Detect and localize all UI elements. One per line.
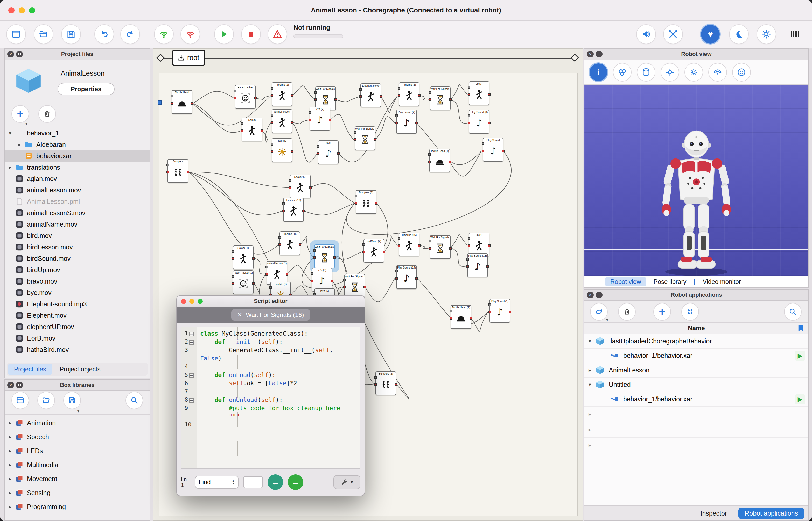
output-port[interactable] <box>488 93 491 96</box>
output-port[interactable] <box>470 317 472 320</box>
input-port[interactable] <box>482 142 484 145</box>
output-port[interactable] <box>254 97 257 99</box>
output-port[interactable] <box>375 202 378 205</box>
flow-box[interactable]: let's (3)♪ <box>312 268 333 292</box>
detach-panel-icon[interactable] <box>596 292 602 298</box>
output-port[interactable] <box>383 251 385 253</box>
tab-project-objects[interactable]: Project objects <box>54 364 107 375</box>
bookmark-icon[interactable] <box>797 324 804 334</box>
output-port[interactable] <box>252 282 255 285</box>
input-port[interactable] <box>362 243 365 246</box>
minimize-window-button[interactable] <box>19 7 25 14</box>
output-port[interactable] <box>502 150 505 152</box>
input-port[interactable] <box>359 88 362 91</box>
input-port[interactable] <box>375 383 377 386</box>
input-port[interactable] <box>466 258 469 260</box>
flow-box[interactable]: animal lesson <box>272 109 293 133</box>
flow-box[interactable]: Face Tracker (1) <box>233 270 254 294</box>
application-row[interactable]: ▾Untitled <box>584 378 808 392</box>
chevron-right-icon[interactable]: ▸ <box>9 476 16 482</box>
info-button[interactable]: i <box>590 64 607 81</box>
breadcrumb-root-tab[interactable]: root <box>172 50 205 66</box>
input-port[interactable] <box>308 111 311 114</box>
chevron-right-icon[interactable]: ▸ <box>589 427 595 433</box>
input-port[interactable] <box>232 275 234 278</box>
code-editor[interactable]: 1–2–345–678–910 class MyClass(GeneratedC… <box>181 327 360 469</box>
input-port[interactable] <box>278 236 281 239</box>
editor-tools-button[interactable]: ▾ <box>334 475 360 489</box>
tab-inspector[interactable]: Inspector <box>694 507 733 519</box>
close-tab-icon[interactable]: ✕ <box>237 312 242 318</box>
input-port[interactable] <box>482 150 484 152</box>
input-port[interactable] <box>271 143 273 145</box>
face-button[interactable] <box>733 64 750 81</box>
find-input[interactable] <box>243 476 263 488</box>
input-port[interactable] <box>354 131 356 134</box>
joints-button[interactable] <box>661 64 679 81</box>
tree-item[interactable]: birdSound.mov <box>5 253 150 264</box>
input-port[interactable] <box>468 122 470 124</box>
flow-box[interactable]: Timeline (6) <box>399 82 420 106</box>
flow-box[interactable]: up (3) <box>469 81 490 105</box>
input-port[interactable] <box>343 286 346 289</box>
tab-robot-view[interactable]: Robot view <box>605 277 646 287</box>
input-port[interactable] <box>308 119 311 121</box>
input-port[interactable] <box>269 287 272 289</box>
input-port[interactable] <box>354 138 356 141</box>
fold-marker[interactable]: – <box>189 332 194 336</box>
applications-name-header[interactable]: Name <box>584 323 808 334</box>
input-port[interactable] <box>429 240 431 242</box>
input-port[interactable] <box>282 203 285 205</box>
input-port[interactable] <box>450 310 452 312</box>
tab-pose-library[interactable]: Pose library <box>648 277 692 287</box>
application-row[interactable]: behavior_1/behavior.xar▶ <box>584 392 808 407</box>
flow-box[interactable]: Salam <box>242 117 262 141</box>
input-port[interactable] <box>311 272 313 275</box>
close-window-button[interactable] <box>8 7 15 14</box>
tree-item[interactable]: animalLessonS.mov <box>5 207 150 219</box>
input-port[interactable] <box>171 102 173 105</box>
box-library-item[interactable]: ▸Animation <box>5 416 150 430</box>
application-row[interactable]: ▾.lastUploadedChoregrapheBehavior <box>584 334 808 348</box>
tree-item[interactable]: animalName.mov <box>5 219 150 230</box>
application-row[interactable]: ▸ <box>584 438 808 453</box>
input-port[interactable] <box>317 152 319 155</box>
input-port[interactable] <box>362 251 365 253</box>
input-port[interactable] <box>271 150 273 153</box>
tree-item[interactable]: ▸Aldebaran <box>5 139 150 150</box>
input-port[interactable] <box>167 171 169 174</box>
tab-video-monitor[interactable]: Video monitor <box>698 277 746 287</box>
tree-item[interactable]: bird.mov <box>5 230 150 241</box>
flow-box[interactable]: Elephant move <box>360 83 381 107</box>
tree-item[interactable]: AnimalLesson.pml <box>5 196 150 207</box>
resources-button[interactable] <box>637 64 655 81</box>
stop-button[interactable] <box>242 25 260 44</box>
input-port[interactable] <box>488 311 491 313</box>
box-library-item[interactable]: ▸Multimedia <box>5 458 150 472</box>
tree-item[interactable]: EorB.mov <box>5 333 150 344</box>
flow-box[interactable]: Wait For Signals (5) <box>355 127 376 150</box>
flow-box[interactable]: Bumpers (2) <box>376 371 396 395</box>
output-port[interactable] <box>449 247 452 250</box>
open-project-button[interactable] <box>34 25 53 44</box>
input-port[interactable] <box>311 280 313 282</box>
output-port[interactable] <box>329 119 331 121</box>
tree-item[interactable]: ▸translations <box>5 162 150 173</box>
output-port[interactable] <box>488 245 491 247</box>
play-button[interactable] <box>215 25 233 44</box>
chevron-right-icon[interactable]: ▸ <box>9 448 16 454</box>
input-port[interactable] <box>359 95 362 98</box>
flow-box[interactable]: Timeline (15) <box>279 231 300 255</box>
output-port[interactable] <box>334 256 336 259</box>
flow-box[interactable]: let's (2)♪ <box>309 107 330 131</box>
tree-item[interactable]: bravo.mov <box>5 275 150 287</box>
box-library-item[interactable]: ▸Speech <box>5 430 150 444</box>
tree-item[interactable]: ▾behavior_1 <box>5 128 150 139</box>
input-port[interactable] <box>395 277 398 280</box>
input-port[interactable] <box>314 98 317 101</box>
output-port[interactable] <box>335 98 337 101</box>
flow-box[interactable]: Play Sound (14)♪ <box>396 265 417 289</box>
close-panel-icon[interactable]: ✕ <box>587 292 594 298</box>
add-file-button[interactable]: + <box>12 106 28 122</box>
tree-item[interactable]: Elephant-sound.mp3 <box>5 298 150 310</box>
